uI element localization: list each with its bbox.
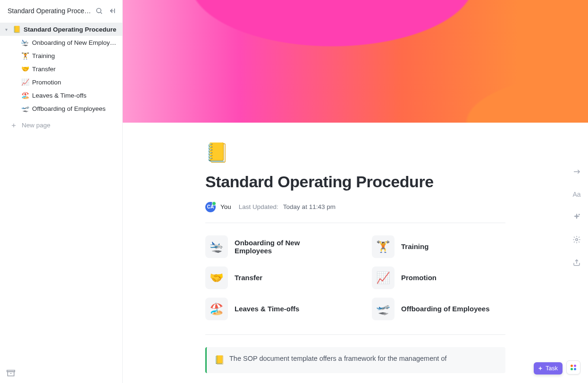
apps-button[interactable] bbox=[566, 360, 580, 375]
page-meta: CA You Last Updated: Today at 11:43 pm bbox=[205, 202, 505, 223]
tree-root-item[interactable]: ▾ 📒 Standard Operating Procedure bbox=[0, 23, 122, 36]
page-emoji-icon: 📈 bbox=[21, 78, 29, 86]
card-emoji-icon: 🏖️ bbox=[205, 298, 228, 320]
cover-image[interactable] bbox=[123, 0, 588, 123]
page-emoji-icon: 🏖️ bbox=[21, 92, 29, 99]
expand-icon[interactable] bbox=[570, 165, 583, 178]
page-emoji-icon: 🏋️ bbox=[21, 52, 29, 59]
card-emoji-icon: 🛬 bbox=[205, 235, 228, 258]
new-task-button[interactable]: Task bbox=[534, 362, 563, 375]
card-onboarding[interactable]: 🛬 Onboarding of New Employees bbox=[205, 235, 339, 258]
plus-icon bbox=[10, 122, 17, 129]
sidebar-title: Standard Operating Procedure bbox=[8, 7, 94, 15]
search-icon[interactable] bbox=[94, 6, 104, 16]
callout-emoji-icon: 📒 bbox=[214, 354, 225, 366]
svg-line-1 bbox=[101, 12, 102, 14]
sidebar: Standard Operating Procedure ▾ 📒 Standar… bbox=[0, 0, 123, 383]
tree-child-leaves[interactable]: 🏖️ Leaves & Time-offs bbox=[0, 89, 122, 102]
callout-text: The SOP document template offers a frame… bbox=[229, 354, 446, 366]
svg-point-8 bbox=[579, 214, 580, 215]
font-icon[interactable]: Aa bbox=[570, 188, 583, 201]
settings-icon[interactable] bbox=[570, 233, 583, 246]
card-emoji-icon: 🛫 bbox=[372, 298, 395, 320]
callout-block[interactable]: 📒 The SOP document template offers a fra… bbox=[205, 347, 505, 373]
page-icon[interactable]: 📒 bbox=[205, 142, 505, 164]
card-label: Transfer bbox=[235, 274, 262, 282]
page-emoji-icon: 📒 bbox=[12, 25, 21, 33]
sidebar-header: Standard Operating Procedure bbox=[0, 0, 122, 22]
card-training[interactable]: 🏋️ Training bbox=[372, 235, 505, 258]
card-label: Leaves & Time-offs bbox=[235, 305, 299, 313]
card-emoji-icon: 📈 bbox=[372, 266, 395, 289]
updated-label: Last Updated: bbox=[239, 203, 278, 210]
card-label: Promotion bbox=[401, 274, 437, 282]
page-emoji-icon: 🛫 bbox=[21, 105, 29, 112]
new-page-label: New page bbox=[22, 122, 50, 129]
avatar[interactable]: CA bbox=[205, 202, 216, 212]
tree-child-offboarding[interactable]: 🛫 Offboarding of Employees bbox=[0, 102, 122, 115]
ai-icon[interactable] bbox=[570, 210, 583, 224]
main-content: 📒 Standard Operating Procedure CA You La… bbox=[123, 0, 588, 383]
card-promotion[interactable]: 📈 Promotion bbox=[372, 266, 505, 289]
tree-item-label: Transfer bbox=[32, 66, 56, 73]
page-emoji-icon: 🛬 bbox=[21, 39, 29, 46]
card-leaves[interactable]: 🏖️ Leaves & Time-offs bbox=[205, 298, 339, 320]
page-tree: ▾ 📒 Standard Operating Procedure 🛬 Onboa… bbox=[0, 22, 122, 117]
card-transfer[interactable]: 🤝 Transfer bbox=[205, 266, 339, 289]
svg-point-9 bbox=[576, 239, 578, 241]
tree-child-onboarding[interactable]: 🛬 Onboarding of New Employees bbox=[0, 36, 122, 49]
card-emoji-icon: 🤝 bbox=[205, 266, 228, 289]
right-rail: Aa bbox=[570, 165, 583, 269]
tree-child-training[interactable]: 🏋️ Training bbox=[0, 49, 122, 62]
tree-item-label: Offboarding of Employees bbox=[32, 105, 106, 112]
new-page-button[interactable]: New page bbox=[0, 117, 122, 133]
task-button-label: Task bbox=[546, 365, 558, 372]
updated-time: Today at 11:43 pm bbox=[283, 203, 336, 210]
card-label: Offboarding of Employees bbox=[401, 305, 490, 313]
apps-icon bbox=[571, 365, 576, 370]
tree-item-label: Onboarding of New Employees bbox=[32, 39, 118, 46]
author-name: You bbox=[220, 203, 231, 210]
tree-child-transfer[interactable]: 🤝 Transfer bbox=[0, 62, 122, 75]
page-title[interactable]: Standard Operating Procedure bbox=[205, 172, 505, 192]
tree-item-label: Promotion bbox=[32, 79, 61, 86]
tree-item-label: Leaves & Time-offs bbox=[32, 92, 86, 99]
tree-child-promotion[interactable]: 📈 Promotion bbox=[0, 75, 122, 89]
tree-item-label: Standard Operating Procedure bbox=[24, 26, 117, 33]
collapse-sidebar-icon[interactable] bbox=[107, 6, 118, 16]
page-emoji-icon: 🤝 bbox=[21, 65, 29, 73]
card-emoji-icon: 🏋️ bbox=[372, 235, 395, 258]
caret-down-icon[interactable]: ▾ bbox=[3, 27, 9, 32]
tree-item-label: Training bbox=[32, 52, 55, 59]
svg-point-0 bbox=[97, 8, 101, 13]
plus-icon bbox=[538, 366, 543, 371]
share-icon[interactable] bbox=[570, 256, 583, 269]
card-offboarding[interactable]: 🛫 Offboarding of Employees bbox=[372, 298, 505, 320]
subpage-cards: 🛬 Onboarding of New Employees 🏋️ Trainin… bbox=[205, 235, 505, 335]
archive-icon[interactable] bbox=[7, 369, 116, 377]
card-label: Onboarding of New Employees bbox=[235, 239, 339, 255]
tree-children: 🛬 Onboarding of New Employees 🏋️ Trainin… bbox=[0, 36, 122, 115]
card-label: Training bbox=[401, 242, 428, 250]
